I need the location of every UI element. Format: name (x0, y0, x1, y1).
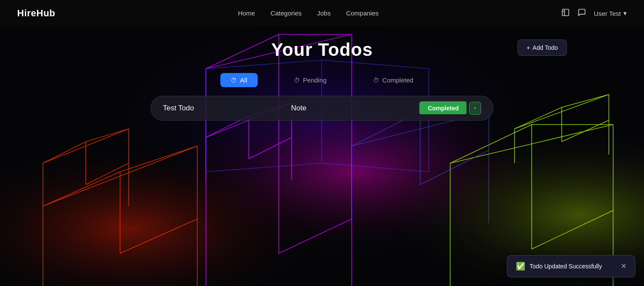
nav-categories[interactable]: Categories (271, 9, 302, 17)
toast-message: Todo Updated Successfully (530, 263, 617, 270)
chevron-down-icon: ▾ (623, 9, 627, 17)
filter-tabs: ⏱ All ⏱ Pending ⏱ Completed (220, 73, 424, 87)
tab-completed-label: Completed (382, 76, 414, 84)
nav-links: Home Categories Jobs Companies (238, 9, 379, 17)
tab-pending[interactable]: ⏱ Pending (283, 73, 337, 87)
new-tab-icon[interactable] (561, 8, 570, 19)
navbar: HireHub Home Categories Jobs Companies U… (0, 0, 644, 27)
plus-icon: + (527, 44, 530, 51)
tab-all-label: All (240, 76, 247, 84)
todo-note: Note (291, 104, 419, 113)
todo-item: Test Todo Note Completed ▾ (150, 96, 494, 121)
tab-all[interactable]: ⏱ All (220, 73, 258, 87)
main-content: Your Todos + Add Todo ⏱ All ⏱ Pending ⏱ … (0, 27, 644, 121)
clock-icon-completed: ⏱ (373, 77, 379, 84)
clock-icon-all: ⏱ (231, 77, 237, 84)
user-label: User Test (594, 10, 621, 17)
toast-close-button[interactable]: ✕ (621, 263, 626, 270)
toast-check-icon: ✅ (516, 262, 525, 271)
brand-logo: HireHub (17, 8, 55, 19)
nav-jobs[interactable]: Jobs (317, 9, 331, 17)
tab-pending-label: Pending (303, 76, 327, 84)
clock-icon-pending: ⏱ (294, 77, 300, 84)
todo-list: Test Todo Note Completed ▾ (150, 96, 494, 121)
add-todo-button[interactable]: + Add Todo (518, 40, 567, 56)
status-badge[interactable]: Completed (419, 101, 467, 115)
nav-home[interactable]: Home (238, 9, 255, 17)
nav-companies[interactable]: Companies (346, 9, 379, 17)
user-menu[interactable]: User Test ▾ (594, 9, 627, 17)
page-title: Your Todos (271, 40, 373, 60)
todo-title: Test Todo (163, 104, 291, 113)
toast-notification: ✅ Todo Updated Successfully ✕ (507, 255, 635, 277)
todo-status-group: Completed ▾ (419, 101, 481, 115)
svg-rect-33 (562, 9, 569, 15)
tab-completed[interactable]: ⏱ Completed (363, 73, 424, 87)
status-dropdown-arrow[interactable]: ▾ (469, 102, 481, 115)
chat-icon[interactable] (578, 8, 586, 19)
nav-right: User Test ▾ (561, 8, 627, 19)
